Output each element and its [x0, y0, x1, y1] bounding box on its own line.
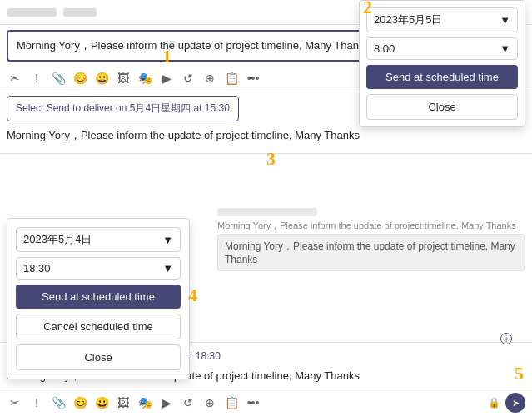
- time-value-top: 8:00: [374, 42, 395, 55]
- badge-3: 3: [266, 148, 276, 170]
- right-msg-blurred-1: [217, 208, 317, 216]
- bt-add-icon[interactable]: ⊕: [201, 394, 218, 411]
- time-dropdown-arrow-top: ▼: [500, 42, 510, 55]
- more-icon[interactable]: •••: [245, 70, 261, 87]
- date-dropdown-arrow-main: ▼: [162, 234, 173, 246]
- format-icon[interactable]: ✂: [7, 70, 23, 87]
- loop-icon[interactable]: ↺: [180, 70, 196, 87]
- image-icon[interactable]: 🖼: [115, 70, 132, 87]
- top-bar-content: [7, 8, 97, 17]
- bt-attach-icon[interactable]: 📎: [50, 394, 67, 411]
- bottom-toolbar: ✂ ! 📎 😊 😀 🖼 🎭 ▶ ↺ ⊕ 📋 ••• 🔒 ➤: [0, 389, 532, 416]
- send-button-bottom[interactable]: ➤: [505, 393, 525, 413]
- bt-image-icon[interactable]: 🖼: [115, 394, 132, 411]
- right-msg-label: Morning Yory，Please inform the update of…: [217, 220, 525, 232]
- date-value-main: 2023年5月4日: [23, 232, 92, 247]
- bt-sticker-icon[interactable]: 🎭: [137, 394, 153, 411]
- emoji-icon[interactable]: 😊: [72, 70, 88, 87]
- right-message-area: Morning Yory，Please inform the update of…: [217, 208, 525, 275]
- schedule-popup-main: 2023年5月4日 ▼ 18:30 ▼ Send at scheduled ti…: [7, 218, 190, 379]
- add-icon[interactable]: ⊕: [201, 70, 218, 87]
- date-dropdown-top[interactable]: 2023年5月5日 ▼: [366, 7, 518, 32]
- bt-play-icon[interactable]: ▶: [158, 394, 175, 411]
- bottom-toolbar-right: 🔒 ➤: [487, 393, 525, 413]
- time-dropdown-arrow-main: ▼: [162, 262, 173, 275]
- clipboard-icon[interactable]: 📋: [223, 70, 240, 87]
- cancel-scheduled-button[interactable]: Cancel scheduled time: [16, 314, 181, 339]
- bt-loop-icon[interactable]: ↺: [180, 394, 196, 411]
- sticker-icon[interactable]: 🎭: [137, 70, 153, 87]
- top-bar-blurred-2: [63, 8, 97, 17]
- message-preview-top-text: Morning Yory，Please inform the update of…: [7, 129, 360, 141]
- send-scheduled-button-top[interactable]: Send at scheduled time: [366, 65, 518, 89]
- time-dropdown-main[interactable]: 18:30 ▼: [16, 257, 181, 280]
- close-button-main[interactable]: Close: [16, 344, 181, 370]
- bt-clipboard-icon[interactable]: 📋: [223, 394, 240, 411]
- badge-5: 5: [515, 363, 524, 384]
- send-scheduled-button-main[interactable]: Send at scheduled time: [16, 285, 181, 309]
- play-icon[interactable]: ▶: [158, 70, 175, 87]
- badge-4: 4: [188, 285, 197, 306]
- date-value-top: 2023年5月5日: [374, 12, 442, 27]
- message-preview-top: Morning Yory，Please inform the update of…: [0, 125, 532, 150]
- date-dropdown-arrow-top: ▼: [500, 14, 510, 27]
- gif-icon[interactable]: 😀: [93, 70, 110, 87]
- schedule-indicator-top: Select Send to deliver on 5月4日星期四 at 15:…: [7, 96, 239, 121]
- bt-gif-icon[interactable]: 😀: [93, 394, 110, 411]
- time-value-main: 18:30: [23, 262, 51, 275]
- bt-lock-icon: 🔒: [487, 396, 500, 409]
- right-msg-preview-text: Morning Yory，Please inform the update of…: [225, 240, 515, 265]
- main-container: 1 Morning Yory，Please inform the update …: [0, 0, 532, 416]
- bt-emoji-icon[interactable]: 😊: [72, 394, 88, 411]
- bt-bold-icon[interactable]: !: [28, 394, 45, 411]
- bold-icon[interactable]: !: [28, 70, 45, 87]
- top-bar-blurred-1: [7, 8, 57, 17]
- schedule-indicator-top-text: Select Send to deliver on 5月4日星期四 at 15:…: [16, 102, 230, 114]
- right-msg-box: Morning Yory，Please inform the update of…: [217, 234, 525, 271]
- info-icon[interactable]: i: [500, 333, 512, 344]
- close-button-top[interactable]: Close: [366, 94, 518, 120]
- bt-format-icon[interactable]: ✂: [7, 394, 23, 411]
- badge-2: 2: [363, 0, 372, 18]
- badge-1: 1: [162, 46, 172, 67]
- schedule-popup-top: 2023年5月5日 ▼ 8:00 ▼ Send at scheduled tim…: [359, 0, 525, 127]
- attach-icon[interactable]: 📎: [50, 70, 67, 87]
- time-dropdown-top[interactable]: 8:00 ▼: [366, 37, 518, 60]
- date-dropdown-main[interactable]: 2023年5月4日 ▼: [16, 227, 181, 252]
- bt-more-icon[interactable]: •••: [245, 394, 261, 411]
